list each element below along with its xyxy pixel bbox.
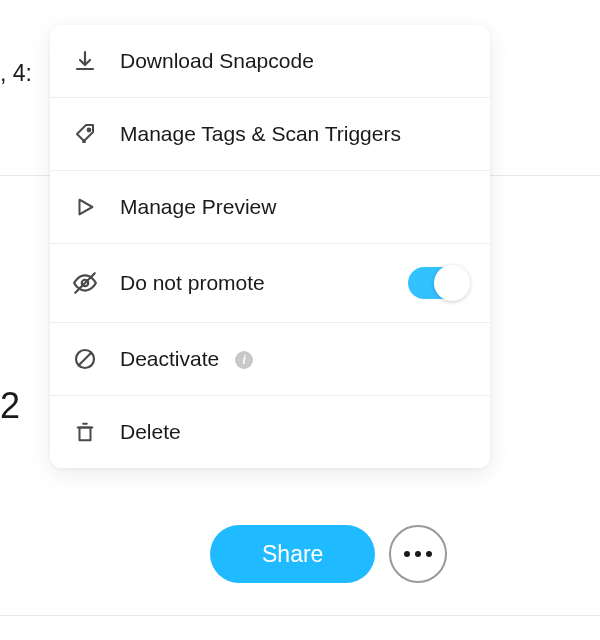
menu-item-manage-tags[interactable]: Manage Tags & Scan Triggers — [50, 98, 490, 171]
svg-marker-1 — [80, 200, 93, 215]
info-icon[interactable]: i — [235, 351, 253, 369]
more-button[interactable] — [389, 525, 447, 583]
tag-icon — [72, 121, 98, 147]
dot-icon — [404, 551, 410, 557]
menu-item-deactivate[interactable]: Deactivate i — [50, 323, 490, 396]
menu-item-download-snapcode[interactable]: Download Snapcode — [50, 25, 490, 98]
deactivate-text: Deactivate — [120, 347, 219, 370]
dot-icon — [426, 551, 432, 557]
svg-point-0 — [88, 129, 91, 132]
play-icon — [72, 194, 98, 220]
menu-item-do-not-promote[interactable]: Do not promote — [50, 244, 490, 323]
trash-icon — [72, 419, 98, 445]
menu-item-label: Delete — [120, 420, 468, 444]
background-number-fragment: 2 — [0, 385, 20, 427]
menu-item-manage-preview[interactable]: Manage Preview — [50, 171, 490, 244]
lens-actions-dropdown: Download Snapcode Manage Tags & Scan Tri… — [50, 25, 490, 468]
menu-item-label: Manage Preview — [120, 195, 468, 219]
bottom-action-bar: Share — [210, 525, 447, 583]
prohibit-icon — [72, 346, 98, 372]
menu-item-delete[interactable]: Delete — [50, 396, 490, 468]
dot-icon — [415, 551, 421, 557]
menu-item-label: Download Snapcode — [120, 49, 468, 73]
svg-line-5 — [79, 353, 91, 365]
share-button[interactable]: Share — [210, 525, 375, 583]
menu-item-label: Manage Tags & Scan Triggers — [120, 122, 468, 146]
divider — [0, 615, 600, 616]
eye-off-icon — [72, 270, 98, 296]
toggle-knob — [434, 265, 470, 301]
download-icon — [72, 48, 98, 74]
menu-item-label: Do not promote — [120, 271, 408, 295]
background-date-fragment: , 4: — [0, 60, 32, 87]
svg-rect-6 — [80, 427, 91, 440]
menu-item-label: Deactivate i — [120, 347, 468, 371]
do-not-promote-toggle[interactable] — [408, 267, 468, 299]
